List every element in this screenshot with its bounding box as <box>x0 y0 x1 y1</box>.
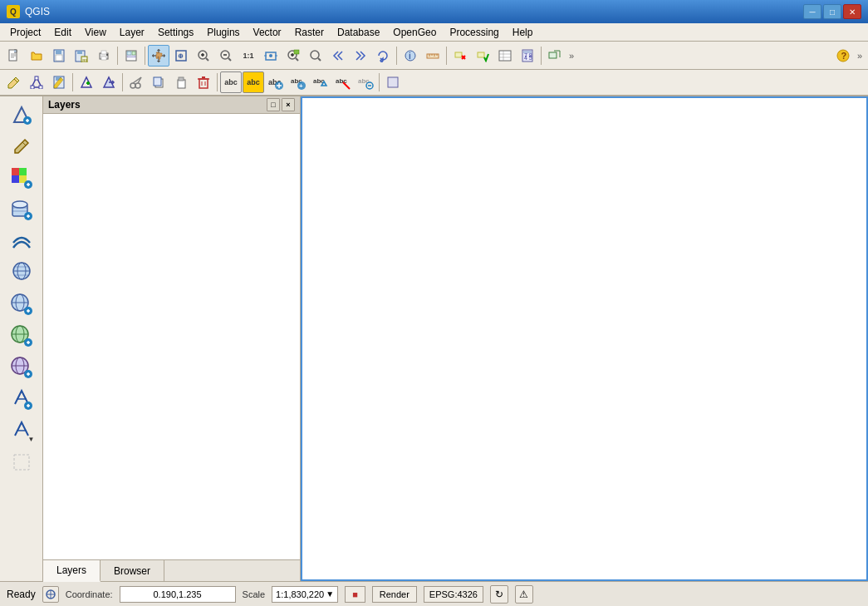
shape-btn[interactable] <box>382 71 404 93</box>
select-button[interactable] <box>472 45 493 67</box>
sidebar-plugin2-button[interactable]: ▼ <box>7 416 37 446</box>
layers-panel: Layers □ × Layers Browser <box>43 96 301 581</box>
sidebar-digitize-button[interactable] <box>7 100 37 130</box>
menu-opengeo[interactable]: OpenGeo <box>386 25 443 40</box>
menu-raster[interactable]: Raster <box>288 25 331 40</box>
maximize-button[interactable]: □ <box>823 4 841 19</box>
coordinate-icon-button[interactable] <box>42 586 59 603</box>
zoom-last-button[interactable] <box>327 45 349 67</box>
svg-rect-102 <box>12 168 19 175</box>
menu-view[interactable]: View <box>78 25 113 40</box>
sidebar-wcs-button[interactable] <box>7 321 37 351</box>
tab-browser[interactable]: Browser <box>101 560 164 581</box>
paste-feature-button[interactable] <box>170 71 192 93</box>
menu-processing[interactable]: Processing <box>443 25 505 40</box>
menu-layer[interactable]: Layer <box>113 25 151 40</box>
menu-vector[interactable]: Vector <box>247 25 288 40</box>
menu-help[interactable]: Help <box>506 25 540 40</box>
deselect-button[interactable] <box>449 45 471 67</box>
sidebar-postgis-button[interactable] <box>7 195 37 224</box>
zoom-select-button[interactable] <box>305 45 326 67</box>
menu-database[interactable]: Database <box>331 25 386 40</box>
sidebar-raster-button[interactable] <box>7 163 37 193</box>
svg-line-38 <box>318 58 321 61</box>
zoom-extent-button[interactable] <box>260 45 282 67</box>
save-edits-button[interactable] <box>48 71 70 93</box>
svg-rect-49 <box>478 52 484 57</box>
sidebar-wfs-button[interactable] <box>7 289 37 319</box>
save-project-button[interactable] <box>48 45 70 67</box>
render-button[interactable]: Render <box>372 586 417 603</box>
rotation-button[interactable]: ↻ <box>490 585 508 604</box>
new-project-button[interactable] <box>3 45 25 67</box>
coordinate-value[interactable]: 0.190,1.235 <box>120 586 236 603</box>
measure-button[interactable] <box>422 45 444 67</box>
more-button-1[interactable] <box>544 45 566 67</box>
svg-line-24 <box>206 58 208 61</box>
delete-feature-button[interactable] <box>193 71 214 93</box>
sidebar-spatialite-button[interactable] <box>7 226 37 256</box>
edit-node-button[interactable] <box>26 71 47 93</box>
svg-text:i: i <box>409 52 411 61</box>
zoom-out-button[interactable] <box>215 45 237 67</box>
menu-plugins[interactable]: Plugins <box>200 25 246 40</box>
scale-number[interactable]: 1:1,830,220 <box>276 589 324 599</box>
print-button[interactable] <box>93 45 115 67</box>
identify-button[interactable]: i <box>400 45 421 67</box>
zoom-layer-button[interactable] <box>282 45 304 67</box>
layers-maximize-button[interactable]: □ <box>267 98 280 111</box>
label-btn-5[interactable]: abc <box>310 71 331 93</box>
add-feature-button[interactable] <box>76 71 97 93</box>
label-btn-4[interactable]: abc+ <box>287 71 309 93</box>
open-project-button[interactable] <box>26 45 47 67</box>
scale-dropdown-icon[interactable]: ▼ <box>326 589 334 599</box>
tab-layers[interactable]: Layers <box>43 560 101 582</box>
minimize-button[interactable]: ─ <box>803 4 821 19</box>
zoom-full-button[interactable]: ⊕ <box>170 45 192 67</box>
statusbar: Ready Coordinate: 0.190,1.235 Scale 1:1,… <box>0 581 868 606</box>
toolbar-more-2[interactable]: » <box>855 49 865 62</box>
pan-tool-button[interactable] <box>148 45 169 67</box>
menu-edit[interactable]: Edit <box>47 25 78 40</box>
svg-rect-13 <box>101 51 106 54</box>
label-btn-2[interactable]: abc <box>243 71 264 93</box>
map-canvas[interactable] <box>301 96 868 581</box>
toolbar-main: as ⊕ 1:1 i <box>0 42 868 70</box>
svg-rect-12 <box>101 57 106 60</box>
move-feature-button[interactable] <box>98 71 120 93</box>
zoom-1-1-button[interactable]: 1:1 <box>238 45 259 67</box>
zoom-in-button[interactable] <box>193 45 214 67</box>
attr-table-button[interactable] <box>494 45 516 67</box>
label-btn-6[interactable]: abc <box>332 71 354 93</box>
label-btn-7[interactable]: abc <box>355 71 376 93</box>
epsg-button[interactable]: EPSG:4326 <box>424 586 483 603</box>
cut-feature-button[interactable] <box>125 71 147 93</box>
menu-settings[interactable]: Settings <box>151 25 200 40</box>
toolbar-editing: abc abc abc abc+ abc abc abc <box>0 70 868 96</box>
sidebar-wms-button[interactable] <box>7 258 37 288</box>
toggle-edit-button[interactable] <box>3 71 25 93</box>
label-btn-3[interactable]: abc <box>265 71 287 93</box>
save-as-button[interactable]: as <box>71 45 92 67</box>
toolbar-separator-1 <box>117 47 118 65</box>
toolbar-more-1[interactable]: » <box>566 49 576 62</box>
menu-project[interactable]: Project <box>3 25 47 40</box>
sidebar-plugin1-button[interactable] <box>7 384 37 414</box>
compose-button[interactable] <box>120 45 142 67</box>
layers-close-button[interactable]: × <box>282 98 295 111</box>
copy-feature-button[interactable] <box>148 71 169 93</box>
zoom-next-button[interactable] <box>350 45 371 67</box>
refresh-button[interactable] <box>372 45 394 67</box>
warning-button[interactable]: ⚠ <box>515 585 533 604</box>
sidebar-ows-button[interactable] <box>7 352 37 382</box>
close-button[interactable]: ✕ <box>843 4 861 19</box>
field-calc-button[interactable]: 7 8 94 5 6 <box>517 45 538 67</box>
svg-line-27 <box>228 58 231 61</box>
render-stop-button[interactable]: ■ <box>345 586 365 603</box>
help-button[interactable]: ? <box>832 45 854 67</box>
label-btn-1[interactable]: abc <box>220 71 242 93</box>
layers-panel-title: Layers <box>48 99 81 111</box>
sidebar-edit-button[interactable] <box>7 131 37 161</box>
scale-value: 1:1,830,220 ▼ <box>272 586 338 603</box>
layers-content <box>43 114 300 559</box>
